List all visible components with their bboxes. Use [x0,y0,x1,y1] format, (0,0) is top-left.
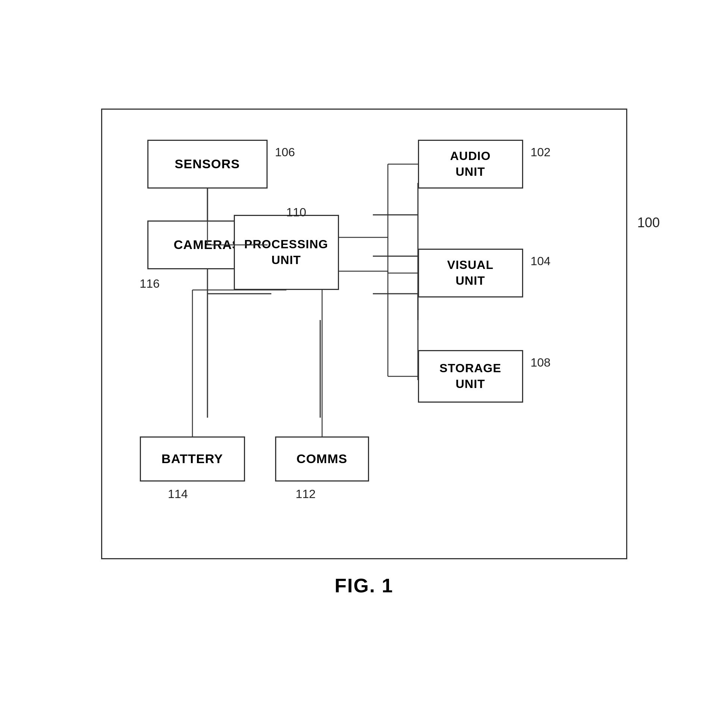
outer-box: SENSORS 106 CAMERAS 116 PROCESSING UNIT … [101,109,627,559]
sensors-label: SENSORS [175,155,240,172]
storage-unit-label: STORAGE UNIT [439,361,501,392]
audio-unit-label: AUDIO UNIT [450,148,490,180]
processing-unit-box: PROCESSING UNIT [234,215,339,290]
outer-ref-label: 100 [637,215,660,231]
battery-label: BATTERY [162,450,223,467]
cameras-label: CAMERAS [174,236,241,253]
audio-unit-ref: 102 [531,145,551,159]
battery-ref: 114 [168,487,188,501]
storage-unit-ref: 108 [531,356,551,370]
comms-box: COMMS [275,436,369,482]
page-container: SENSORS 106 CAMERAS 116 PROCESSING UNIT … [0,0,728,705]
visual-unit-label: VISUAL UNIT [447,257,493,288]
sensors-ref: 106 [275,145,295,159]
battery-box: BATTERY [140,436,245,482]
cameras-ref: 116 [140,277,160,291]
sensors-box: SENSORS [147,140,268,189]
visual-unit-box: VISUAL UNIT [418,249,523,297]
visual-unit-ref: 104 [531,254,551,268]
audio-unit-box: AUDIO UNIT [418,140,523,189]
figure-caption: FIG. 1 [334,574,393,597]
comms-label: COMMS [297,450,347,467]
comms-ref: 112 [296,487,316,501]
processing-unit-label: PROCESSING UNIT [244,237,328,268]
processing-unit-ref: 110 [286,205,306,219]
storage-unit-box: STORAGE UNIT [418,350,523,403]
diagram-wrapper: SENSORS 106 CAMERAS 116 PROCESSING UNIT … [101,109,627,597]
